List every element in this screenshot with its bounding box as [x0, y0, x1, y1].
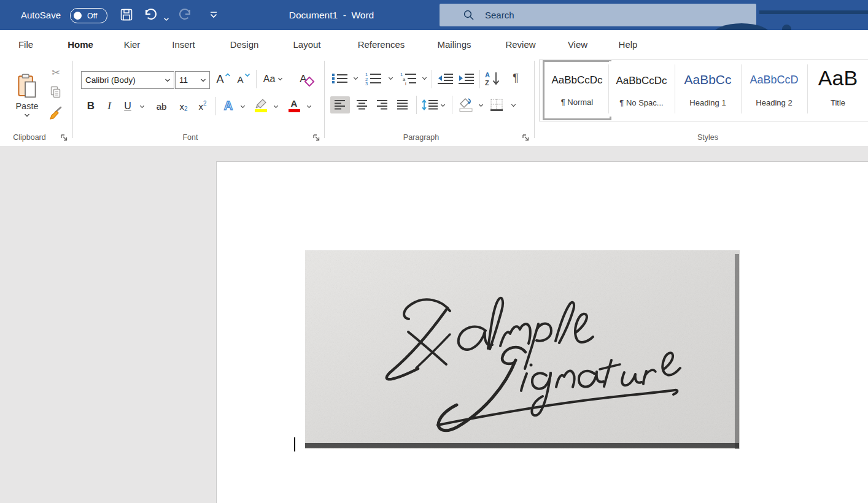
- bold-label: B: [87, 100, 95, 112]
- text-effects-label: A: [224, 99, 233, 113]
- clipboard-dialog-launcher[interactable]: [60, 134, 68, 142]
- tab-references[interactable]: References: [358, 30, 405, 58]
- tab-mailings[interactable]: Mailings: [437, 30, 471, 58]
- font-size-value: 11: [176, 75, 200, 85]
- tab-layout[interactable]: Layout: [293, 30, 320, 58]
- bullets-dropdown[interactable]: [351, 75, 360, 82]
- document-title: Document1 - Word: [289, 0, 374, 30]
- italic-button[interactable]: I: [103, 98, 116, 114]
- save-button[interactable]: [120, 8, 133, 24]
- justify-icon: [397, 100, 408, 110]
- tab-home[interactable]: Home: [68, 30, 93, 58]
- customize-qat-button[interactable]: [209, 10, 219, 22]
- autosave-label: AutoSave: [21, 0, 61, 30]
- multilevel-list-button[interactable]: 1 a i: [400, 71, 418, 86]
- caret-up-icon: [225, 73, 231, 77]
- svg-text:Z: Z: [485, 79, 489, 86]
- superscript-button[interactable]: x 2: [195, 98, 211, 114]
- style-preview: AaBbCcDc: [609, 75, 674, 87]
- bold-button[interactable]: B: [83, 98, 98, 114]
- tab-view[interactable]: View: [568, 30, 587, 58]
- shading-button[interactable]: [457, 95, 475, 113]
- chevron-down-icon: [388, 77, 393, 80]
- justify-button[interactable]: [393, 96, 413, 113]
- save-icon: [120, 8, 133, 21]
- tab-file[interactable]: File: [18, 30, 33, 58]
- subscript-base: x: [179, 101, 184, 112]
- underline-dropdown[interactable]: [138, 104, 146, 110]
- shading-dropdown[interactable]: [476, 102, 485, 109]
- numbering-button[interactable]: 1 2 3: [365, 71, 383, 86]
- align-right-icon: [377, 100, 388, 110]
- strikethrough-button[interactable]: ab: [152, 98, 171, 114]
- search-box[interactable]: [440, 4, 756, 26]
- paragraph-group-label: Paragraph: [390, 132, 452, 143]
- style-heading2[interactable]: AaBbCcD Heading 2: [742, 61, 807, 117]
- show-hide-marks-button[interactable]: ¶: [508, 69, 523, 86]
- tab-design[interactable]: Design: [230, 30, 259, 58]
- change-case-button[interactable]: Aa: [260, 71, 286, 88]
- tab-help[interactable]: Help: [619, 30, 638, 58]
- ribbon-tab-row: File Home Kier Insert Design Layout Refe…: [0, 30, 868, 58]
- undo-dropdown[interactable]: [163, 13, 169, 24]
- style-title[interactable]: AaB Title: [808, 61, 868, 117]
- highlight-dropdown[interactable]: [271, 104, 280, 110]
- group-divider: [72, 61, 73, 138]
- highlight-color-button[interactable]: [252, 97, 270, 114]
- increase-indent-button[interactable]: [458, 71, 475, 86]
- align-center-button[interactable]: [352, 96, 372, 113]
- tab-review[interactable]: Review: [505, 30, 535, 58]
- undo-icon: [143, 7, 158, 22]
- search-input[interactable]: [484, 9, 744, 21]
- underline-button[interactable]: U: [120, 98, 135, 114]
- bullets-button[interactable]: [331, 71, 349, 86]
- grow-font-button[interactable]: A: [215, 71, 232, 88]
- font-color-swatch: [289, 109, 300, 112]
- decrease-indent-button[interactable]: [437, 71, 454, 86]
- chevron-down-icon: [511, 104, 516, 107]
- font-name-combo[interactable]: Calibri (Body): [81, 71, 174, 89]
- grow-font-label: A: [216, 73, 223, 86]
- style-label: ¶ Normal: [544, 98, 610, 107]
- align-right-button[interactable]: [373, 96, 392, 113]
- clear-formatting-button[interactable]: A: [297, 71, 316, 88]
- style-normal[interactable]: AaBbCcDc ¶ Normal: [543, 60, 611, 120]
- borders-dropdown[interactable]: [509, 102, 517, 109]
- increase-indent-icon: [459, 73, 475, 84]
- font-color-button[interactable]: A: [286, 97, 302, 114]
- font-dialog-launcher[interactable]: [312, 134, 320, 142]
- divider: [416, 96, 417, 114]
- document-page[interactable]: [216, 161, 868, 503]
- undo-button[interactable]: [143, 7, 158, 25]
- style-label: ¶ No Spac...: [609, 98, 674, 107]
- text-effects-button[interactable]: A: [220, 97, 237, 114]
- numbering-dropdown[interactable]: [386, 75, 395, 82]
- ribbon: Paste ✂ Clipboard: [0, 58, 868, 147]
- borders-button[interactable]: [487, 96, 506, 113]
- sort-button[interactable]: A Z: [484, 69, 502, 88]
- align-left-button[interactable]: [330, 96, 350, 113]
- chevron-down-icon: [273, 105, 279, 109]
- paragraph-dialog-launcher[interactable]: [522, 134, 530, 142]
- font-color-label: A: [291, 99, 298, 108]
- style-no-spacing[interactable]: AaBbCcDc ¶ No Spac...: [609, 61, 674, 117]
- shrink-font-button[interactable]: A: [235, 71, 252, 88]
- font-color-dropdown[interactable]: [304, 104, 313, 110]
- format-painter-button[interactable]: [48, 105, 64, 121]
- line-spacing-button[interactable]: [421, 96, 440, 113]
- svg-text:i: i: [405, 81, 406, 85]
- text-effects-dropdown[interactable]: [238, 104, 247, 110]
- subscript-button[interactable]: x 2: [176, 98, 192, 114]
- paste-button[interactable]: Paste: [10, 63, 44, 128]
- autosave-toggle[interactable]: Off: [70, 8, 107, 23]
- tab-kier[interactable]: Kier: [124, 30, 141, 58]
- copy-button[interactable]: [49, 85, 63, 99]
- line-spacing-dropdown[interactable]: [438, 102, 447, 109]
- style-heading1[interactable]: AaBbCc Heading 1: [675, 61, 740, 117]
- font-size-combo[interactable]: 11: [175, 71, 210, 89]
- cut-button[interactable]: ✂: [49, 66, 63, 79]
- signature-image[interactable]: [305, 250, 740, 449]
- redo-button[interactable]: [178, 7, 193, 25]
- tab-insert[interactable]: Insert: [172, 30, 195, 58]
- multilevel-dropdown[interactable]: [420, 75, 428, 82]
